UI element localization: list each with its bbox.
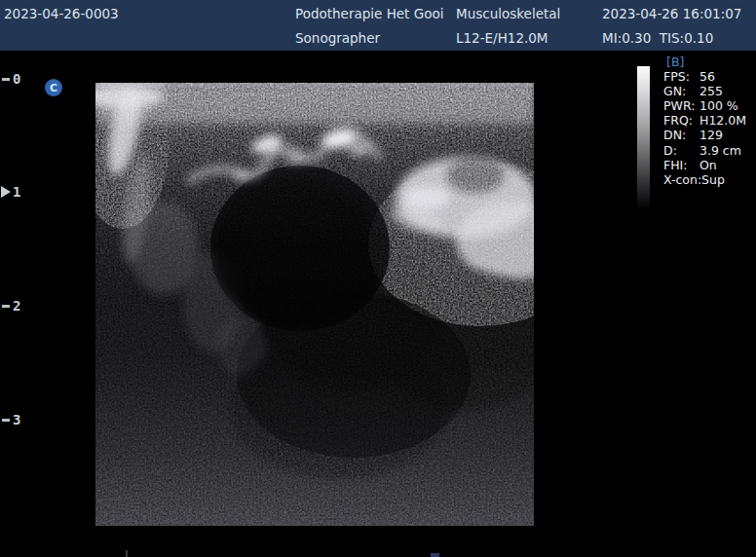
- exam-preset: Musculoskeletal: [456, 6, 560, 21]
- param-power: PWR:100 %: [663, 98, 746, 113]
- depth-label: 1: [13, 184, 20, 200]
- param-label: D:: [663, 143, 699, 158]
- param-value: 100 %: [699, 98, 738, 113]
- depth-mark-1-focus[interactable]: 1: [0, 184, 29, 200]
- ultrasound-bmode-image: [95, 83, 534, 526]
- param-label: PWR:: [663, 98, 699, 113]
- depth-mark-3: 3: [0, 412, 29, 427]
- param-label: GN:: [663, 84, 699, 98]
- facility-name: Podotherapie Het Gooi: [295, 6, 443, 21]
- param-label: FHI:: [663, 158, 699, 172]
- param-value: 3.9 cm: [699, 143, 741, 158]
- param-gain: GN:255: [663, 84, 746, 98]
- param-fps: FPS:56: [663, 69, 746, 84]
- ruler-tick-icon: [2, 78, 10, 81]
- param-value: Sup: [701, 172, 725, 187]
- bottom-scale-tick: [126, 550, 128, 557]
- depth-mark-0: 0: [0, 71, 29, 87]
- depth-label: 2: [13, 298, 20, 314]
- bottom-focus-marker: [431, 553, 439, 557]
- depth-mark-2: 2: [0, 298, 29, 314]
- param-value: 129: [699, 128, 723, 142]
- param-dynamic-range: DN:129: [663, 128, 746, 142]
- param-value: 255: [699, 84, 723, 98]
- orientation-marker-letter: C: [50, 82, 57, 94]
- patient-info-bar: 2023-04-26-0003 Podotherapie Het Gooi Mu…: [0, 0, 756, 51]
- param-label: FRQ:: [663, 113, 699, 128]
- param-frequency: FRQ:H12.0M: [663, 113, 746, 128]
- imaging-settings-panel: [B] FPS:56 GN:255 PWR:100 % FRQ:H12.0M D…: [663, 55, 746, 187]
- param-value: 56: [699, 69, 715, 84]
- safety-indices: MI:0.30 TIS:0.10: [602, 30, 713, 46]
- ruler-tick-icon: [2, 305, 10, 308]
- depth-label: 3: [13, 412, 20, 427]
- param-value: On: [699, 158, 717, 172]
- exam-datetime: 2023-04-26 16:01:07: [602, 6, 741, 21]
- probe-id: L12-E/H12.0M: [456, 30, 548, 46]
- param-label: X-con:: [663, 172, 701, 187]
- operator-name: Sonographer: [295, 30, 380, 46]
- orientation-marker[interactable]: C: [45, 79, 62, 96]
- focus-arrow-icon: [1, 186, 11, 198]
- ultrasound-scanner-screen: { "header": { "patient_id": "2023-04-26-…: [0, 0, 756, 557]
- grayscale-map-bar: [637, 66, 650, 209]
- mode-badge: [B]: [663, 55, 746, 69]
- param-xcontrast: X-con:Sup: [663, 172, 746, 187]
- param-label: DN:: [663, 128, 699, 142]
- param-fhi: FHI:On: [663, 158, 746, 172]
- patient-id: 2023-04-26-0003: [4, 6, 119, 21]
- ruler-tick-icon: [2, 419, 10, 422]
- depth-label: 0: [13, 71, 20, 87]
- param-depth: D:3.9 cm: [663, 143, 746, 158]
- param-label: FPS:: [663, 69, 699, 84]
- param-value: H12.0M: [699, 113, 746, 128]
